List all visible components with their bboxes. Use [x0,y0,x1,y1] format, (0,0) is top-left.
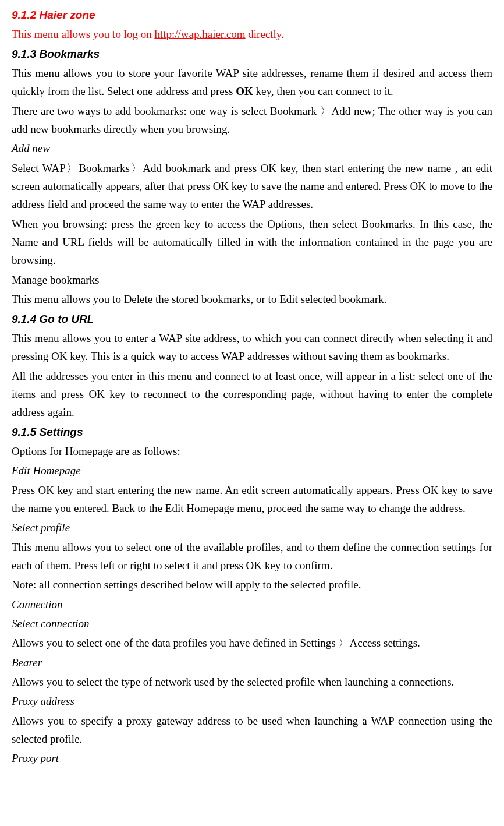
heading-addnew: Add new [12,139,492,157]
heading-914: 9.1.4 Go to URL [12,310,492,328]
para-profile-1: This menu allows you to select one of th… [12,538,492,575]
para-914-2: All the addresses you enter in this menu… [12,367,492,422]
text-912b: directly. [246,28,284,40]
heading-913: 9.1.3 Bookmarks [12,45,492,63]
heading-proxyport: Proxy port [12,749,492,767]
para-manage: This menu allows you to Delete the store… [12,290,492,308]
heading-selectprofile: Select profile [12,518,492,536]
heading-selectconnection: Select connection [12,615,492,633]
heading-915: 9.1.5 Settings [12,423,492,441]
heading-connection: Connection [12,595,492,613]
para-913-2: There are two ways to add bookmarks: one… [12,102,492,139]
para-addnew-2: When you browsing: press the green key t… [12,215,492,270]
text-912a: This menu allows you to log on [12,28,154,40]
para-914-1: This menu allows you to enter a WAP site… [12,329,492,366]
heading-proxyaddr: Proxy address [12,692,492,710]
para-profile-2: Note: all connection settings described … [12,576,492,594]
para-913-1: This menu allows you to store your favor… [12,64,492,101]
heading-manage: Manage bookmarks [12,271,492,289]
text-913b: key, then you can connect to it. [253,85,393,97]
para-edithome: Press OK key and start entering the new … [12,481,492,518]
heading-edithome: Edit Homepage [12,461,492,479]
text-ok: OK [236,85,253,97]
para-proxyaddr: Allows you to specify a proxy gateway ad… [12,712,492,749]
heading-bearer: Bearer [12,654,492,672]
para-912: This menu allows you to log on http://wa… [12,25,492,43]
link-wap-haier[interactable]: http://wap.haier.com [154,28,245,40]
para-addnew-1: Select WAP〉Bookmarks〉Add bookmark and pr… [12,159,492,214]
para-selectconnection: Allows you to select one of the data pro… [12,634,492,652]
para-915-1: Options for Homepage are as follows: [12,442,492,460]
heading-912: 9.1.2 Haier zone [12,6,492,24]
para-bearer: Allows you to select the type of network… [12,673,492,691]
